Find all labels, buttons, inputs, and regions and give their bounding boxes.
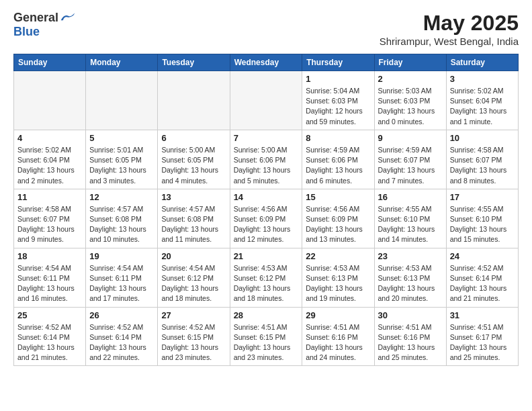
day-number: 4 xyxy=(17,133,82,143)
calendar-cell: 16Sunrise: 4:55 AM Sunset: 6:10 PM Dayli… xyxy=(374,189,446,248)
day-number: 26 xyxy=(89,310,154,320)
calendar-cell: 25Sunrise: 4:52 AM Sunset: 6:14 PM Dayli… xyxy=(14,307,86,366)
day-info: Sunrise: 4:59 AM Sunset: 6:07 PM Dayligh… xyxy=(378,145,443,186)
day-number: 16 xyxy=(378,192,443,202)
day-info: Sunrise: 4:59 AM Sunset: 6:06 PM Dayligh… xyxy=(306,145,370,186)
day-number: 24 xyxy=(450,251,515,261)
calendar-header-row: SundayMondayTuesdayWednesdayThursdayFrid… xyxy=(14,54,519,71)
day-info: Sunrise: 5:02 AM Sunset: 6:04 PM Dayligh… xyxy=(450,86,515,127)
day-number: 18 xyxy=(17,251,82,261)
calendar-cell: 27Sunrise: 4:52 AM Sunset: 6:15 PM Dayli… xyxy=(158,307,230,366)
day-number: 17 xyxy=(450,192,515,202)
day-info: Sunrise: 5:03 AM Sunset: 6:03 PM Dayligh… xyxy=(378,86,443,127)
calendar-cell xyxy=(86,71,158,130)
day-number: 21 xyxy=(234,251,299,261)
day-info: Sunrise: 4:53 AM Sunset: 6:12 PM Dayligh… xyxy=(234,263,299,304)
day-info: Sunrise: 5:01 AM Sunset: 6:05 PM Dayligh… xyxy=(89,145,154,186)
day-number: 9 xyxy=(378,133,443,143)
day-info: Sunrise: 4:55 AM Sunset: 6:10 PM Dayligh… xyxy=(450,204,515,245)
calendar-cell: 3Sunrise: 5:02 AM Sunset: 6:04 PM Daylig… xyxy=(446,71,518,130)
calendar-cell: 8Sunrise: 4:59 AM Sunset: 6:06 PM Daylig… xyxy=(302,130,374,189)
day-number: 31 xyxy=(450,310,515,320)
calendar-week-row: 4Sunrise: 5:02 AM Sunset: 6:04 PM Daylig… xyxy=(14,130,519,189)
day-info: Sunrise: 5:02 AM Sunset: 6:04 PM Dayligh… xyxy=(17,145,82,186)
day-info: Sunrise: 5:04 AM Sunset: 6:03 PM Dayligh… xyxy=(306,86,370,127)
day-info: Sunrise: 4:51 AM Sunset: 6:15 PM Dayligh… xyxy=(234,322,299,363)
day-info: Sunrise: 4:54 AM Sunset: 6:11 PM Dayligh… xyxy=(89,263,154,304)
day-info: Sunrise: 4:57 AM Sunset: 6:08 PM Dayligh… xyxy=(161,204,226,245)
day-info: Sunrise: 4:51 AM Sunset: 6:16 PM Dayligh… xyxy=(378,322,443,363)
calendar-cell: 2Sunrise: 5:03 AM Sunset: 6:03 PM Daylig… xyxy=(374,71,446,130)
day-info: Sunrise: 4:53 AM Sunset: 6:13 PM Dayligh… xyxy=(306,263,370,304)
calendar-cell: 7Sunrise: 5:00 AM Sunset: 6:06 PM Daylig… xyxy=(230,130,302,189)
calendar-cell: 19Sunrise: 4:54 AM Sunset: 6:11 PM Dayli… xyxy=(86,248,158,307)
day-number: 14 xyxy=(234,192,299,202)
month-title: May 2025 xyxy=(380,11,519,36)
calendar-cell: 4Sunrise: 5:02 AM Sunset: 6:04 PM Daylig… xyxy=(14,130,86,189)
location-subtitle: Shrirampur, West Bengal, India xyxy=(380,36,519,47)
calendar-cell: 20Sunrise: 4:54 AM Sunset: 6:12 PM Dayli… xyxy=(158,248,230,307)
day-number: 27 xyxy=(161,310,226,320)
calendar-cell: 22Sunrise: 4:53 AM Sunset: 6:13 PM Dayli… xyxy=(302,248,374,307)
title-area: May 2025 Shrirampur, West Bengal, India xyxy=(380,11,519,47)
calendar-week-row: 18Sunrise: 4:54 AM Sunset: 6:11 PM Dayli… xyxy=(14,248,519,307)
day-number: 12 xyxy=(89,192,154,202)
logo-bird-icon xyxy=(60,12,76,24)
calendar-week-row: 11Sunrise: 4:58 AM Sunset: 6:07 PM Dayli… xyxy=(14,189,519,248)
calendar-cell: 6Sunrise: 5:00 AM Sunset: 6:05 PM Daylig… xyxy=(158,130,230,189)
day-number: 25 xyxy=(17,310,82,320)
day-number: 1 xyxy=(306,74,370,84)
day-info: Sunrise: 4:52 AM Sunset: 6:14 PM Dayligh… xyxy=(89,322,154,363)
logo-general-text: General xyxy=(13,11,58,25)
day-number: 3 xyxy=(450,74,515,84)
weekday-header-thursday: Thursday xyxy=(302,54,374,71)
day-info: Sunrise: 5:00 AM Sunset: 6:05 PM Dayligh… xyxy=(161,145,226,186)
day-number: 15 xyxy=(306,192,370,202)
calendar-cell: 28Sunrise: 4:51 AM Sunset: 6:15 PM Dayli… xyxy=(230,307,302,366)
day-info: Sunrise: 4:51 AM Sunset: 6:17 PM Dayligh… xyxy=(450,322,515,363)
day-number: 10 xyxy=(450,133,515,143)
day-number: 5 xyxy=(89,133,154,143)
day-number: 6 xyxy=(161,133,226,143)
day-info: Sunrise: 4:52 AM Sunset: 6:15 PM Dayligh… xyxy=(161,322,226,363)
weekday-header-monday: Monday xyxy=(86,54,158,71)
day-info: Sunrise: 4:58 AM Sunset: 6:07 PM Dayligh… xyxy=(17,204,82,245)
calendar-cell: 13Sunrise: 4:57 AM Sunset: 6:08 PM Dayli… xyxy=(158,189,230,248)
calendar-cell: 30Sunrise: 4:51 AM Sunset: 6:16 PM Dayli… xyxy=(374,307,446,366)
calendar-cell xyxy=(230,71,302,130)
day-info: Sunrise: 4:52 AM Sunset: 6:14 PM Dayligh… xyxy=(450,263,515,304)
day-number: 19 xyxy=(89,251,154,261)
day-info: Sunrise: 4:58 AM Sunset: 6:07 PM Dayligh… xyxy=(450,145,515,186)
day-number: 13 xyxy=(161,192,226,202)
calendar-cell: 15Sunrise: 4:56 AM Sunset: 6:09 PM Dayli… xyxy=(302,189,374,248)
day-number: 20 xyxy=(161,251,226,261)
calendar-cell: 18Sunrise: 4:54 AM Sunset: 6:11 PM Dayli… xyxy=(14,248,86,307)
weekday-header-tuesday: Tuesday xyxy=(158,54,230,71)
calendar-cell: 17Sunrise: 4:55 AM Sunset: 6:10 PM Dayli… xyxy=(446,189,518,248)
day-number: 29 xyxy=(306,310,370,320)
day-number: 8 xyxy=(306,133,370,143)
calendar-cell: 26Sunrise: 4:52 AM Sunset: 6:14 PM Dayli… xyxy=(86,307,158,366)
day-number: 28 xyxy=(234,310,299,320)
calendar-cell: 10Sunrise: 4:58 AM Sunset: 6:07 PM Dayli… xyxy=(446,130,518,189)
calendar-cell: 12Sunrise: 4:57 AM Sunset: 6:08 PM Dayli… xyxy=(86,189,158,248)
day-info: Sunrise: 4:53 AM Sunset: 6:13 PM Dayligh… xyxy=(378,263,443,304)
day-info: Sunrise: 4:56 AM Sunset: 6:09 PM Dayligh… xyxy=(234,204,299,245)
day-info: Sunrise: 4:51 AM Sunset: 6:16 PM Dayligh… xyxy=(306,322,370,363)
calendar-cell: 24Sunrise: 4:52 AM Sunset: 6:14 PM Dayli… xyxy=(446,248,518,307)
calendar-cell: 21Sunrise: 4:53 AM Sunset: 6:12 PM Dayli… xyxy=(230,248,302,307)
day-info: Sunrise: 4:54 AM Sunset: 6:11 PM Dayligh… xyxy=(17,263,82,304)
day-info: Sunrise: 5:00 AM Sunset: 6:06 PM Dayligh… xyxy=(234,145,299,186)
day-number: 11 xyxy=(17,192,82,202)
weekday-header-saturday: Saturday xyxy=(446,54,518,71)
day-info: Sunrise: 4:52 AM Sunset: 6:14 PM Dayligh… xyxy=(17,322,82,363)
calendar-cell: 23Sunrise: 4:53 AM Sunset: 6:13 PM Dayli… xyxy=(374,248,446,307)
weekday-header-wednesday: Wednesday xyxy=(230,54,302,71)
day-number: 22 xyxy=(306,251,370,261)
weekday-header-friday: Friday xyxy=(374,54,446,71)
calendar-cell: 5Sunrise: 5:01 AM Sunset: 6:05 PM Daylig… xyxy=(86,130,158,189)
calendar-cell: 1Sunrise: 5:04 AM Sunset: 6:03 PM Daylig… xyxy=(302,71,374,130)
weekday-header-sunday: Sunday xyxy=(14,54,86,71)
calendar-table: SundayMondayTuesdayWednesdayThursdayFrid… xyxy=(13,54,519,366)
calendar-cell xyxy=(158,71,230,130)
